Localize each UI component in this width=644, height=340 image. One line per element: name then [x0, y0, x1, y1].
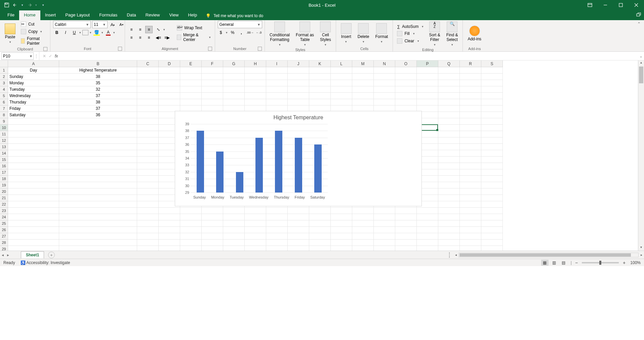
cell[interactable]	[266, 227, 288, 233]
cell[interactable]	[460, 137, 481, 144]
hscroll-thumb[interactable]	[459, 253, 631, 257]
chart-bar[interactable]	[255, 138, 263, 193]
cell[interactable]	[331, 246, 352, 251]
cell[interactable]	[395, 80, 417, 86]
cancel-formula-icon[interactable]: ✕	[43, 54, 46, 58]
row-header-12[interactable]: 12	[0, 137, 8, 144]
cell[interactable]	[417, 93, 438, 99]
cell[interactable]	[137, 125, 159, 131]
cell[interactable]	[438, 240, 460, 246]
cell[interactable]	[8, 118, 59, 125]
cell[interactable]	[395, 74, 417, 80]
cell[interactable]	[395, 93, 417, 99]
cell[interactable]	[438, 220, 460, 227]
delete-cells-button[interactable]: Delete▾	[356, 23, 371, 44]
cell[interactable]	[460, 163, 481, 169]
cell[interactable]	[417, 220, 438, 227]
row-header-10[interactable]: 10	[0, 125, 8, 131]
cell[interactable]	[460, 201, 481, 208]
cell[interactable]	[460, 169, 481, 176]
col-header-E[interactable]: E	[180, 60, 202, 67]
cell[interactable]	[137, 80, 159, 86]
cell[interactable]	[309, 99, 331, 105]
cut-button[interactable]: ✂Cut	[19, 21, 47, 28]
cell[interactable]	[309, 80, 331, 86]
cell[interactable]	[8, 176, 59, 182]
cell[interactable]	[59, 195, 137, 201]
cell[interactable]	[438, 99, 460, 105]
minimize-button[interactable]	[598, 0, 613, 10]
cell[interactable]	[352, 80, 374, 86]
cell[interactable]	[159, 233, 180, 240]
cell[interactable]	[137, 67, 159, 74]
row-header-19[interactable]: 19	[0, 182, 8, 188]
cell[interactable]	[352, 86, 374, 93]
cell[interactable]	[59, 169, 137, 176]
col-header-C[interactable]: C	[137, 60, 159, 67]
row-header-22[interactable]: 22	[0, 201, 8, 208]
align-top-button[interactable]: ≡	[128, 26, 135, 33]
cell[interactable]	[438, 125, 460, 131]
spreadsheet-grid[interactable]: ABCDEFGHIJKLMNOPQRS 12345678910111213141…	[0, 60, 644, 251]
cell[interactable]	[202, 80, 223, 86]
cell[interactable]	[481, 93, 503, 99]
cell[interactable]	[137, 169, 159, 176]
redo-icon[interactable]	[27, 2, 32, 8]
cell[interactable]	[245, 80, 266, 86]
cell[interactable]	[159, 214, 180, 220]
cell[interactable]	[481, 80, 503, 86]
chart-bar[interactable]	[236, 172, 243, 193]
cell[interactable]	[266, 240, 288, 246]
cell[interactable]	[159, 67, 180, 74]
cell[interactable]	[331, 220, 352, 227]
cell[interactable]	[137, 112, 159, 118]
cell[interactable]	[460, 182, 481, 188]
cell[interactable]	[137, 150, 159, 157]
maximize-button[interactable]	[613, 0, 629, 10]
cell[interactable]	[460, 157, 481, 163]
page-layout-view-button[interactable]: ▥	[551, 260, 558, 266]
align-middle-button[interactable]: ≡	[136, 26, 144, 33]
cell[interactable]	[438, 195, 460, 201]
cell[interactable]: 38	[59, 74, 137, 80]
cell[interactable]	[374, 214, 395, 220]
ribbon-display-icon[interactable]	[582, 0, 598, 10]
cell[interactable]	[374, 86, 395, 93]
cell[interactable]	[137, 86, 159, 93]
cell[interactable]	[245, 67, 266, 74]
zoom-out-button[interactable]: −	[575, 260, 578, 265]
chart-bar[interactable]	[275, 131, 282, 193]
cell[interactable]	[266, 86, 288, 93]
row-header-28[interactable]: 28	[0, 240, 8, 246]
cell[interactable]	[180, 208, 202, 214]
cell[interactable]	[137, 188, 159, 195]
chart-title[interactable]: Highest Temperature	[175, 111, 421, 123]
cell[interactable]	[374, 240, 395, 246]
col-header-K[interactable]: K	[309, 60, 331, 67]
cell[interactable]	[202, 220, 223, 227]
cell[interactable]	[374, 208, 395, 214]
fx-icon[interactable]: fx	[55, 54, 58, 58]
scroll-left-icon[interactable]: ◂	[453, 253, 458, 257]
number-format-combo[interactable]: General▾	[218, 21, 262, 28]
cell[interactable]	[288, 74, 309, 80]
cell[interactable]	[202, 214, 223, 220]
italic-button[interactable]: I	[62, 29, 69, 36]
cell[interactable]	[8, 195, 59, 201]
cell[interactable]	[438, 112, 460, 118]
cell[interactable]: Highest Temperature	[59, 67, 137, 74]
cell[interactable]	[438, 93, 460, 99]
cell[interactable]	[180, 233, 202, 240]
insert-cells-button[interactable]: Insert▾	[339, 23, 354, 44]
cell[interactable]	[481, 176, 503, 182]
row-header-18[interactable]: 18	[0, 176, 8, 182]
select-all-corner[interactable]	[0, 60, 8, 67]
cell[interactable]	[180, 227, 202, 233]
cell[interactable]	[438, 137, 460, 144]
row-header-13[interactable]: 13	[0, 144, 8, 150]
cell[interactable]	[137, 246, 159, 251]
cell[interactable]	[159, 86, 180, 93]
cell[interactable]	[8, 214, 59, 220]
cell[interactable]	[309, 233, 331, 240]
cell[interactable]	[8, 163, 59, 169]
